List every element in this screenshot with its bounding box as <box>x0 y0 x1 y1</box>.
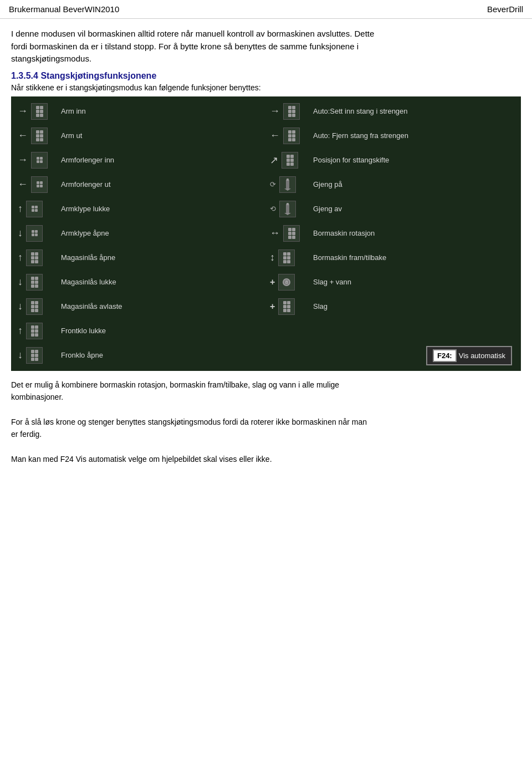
list-item: ↕ Bormaskin fram/tilbake <box>267 246 518 269</box>
auto-fjern-icon <box>283 128 300 144</box>
section-heading: 1.3.5.4 Stangskjøtingsfunksjonene <box>11 71 521 81</box>
slag-vann-icon: 8 <box>278 274 295 291</box>
list-item: ← Arm ut <box>14 124 265 147</box>
arrow-down-icon: ↓ <box>18 301 23 312</box>
arrow-right-icon: → <box>270 105 280 117</box>
list-item: ↗ Posisjon for sttangskifte <box>267 149 518 172</box>
list-item: + Slag <box>267 295 518 318</box>
empty-row <box>267 319 518 343</box>
plus2-icon: + <box>270 302 275 312</box>
magasinlas-avlaste-icon <box>26 298 43 315</box>
list-item: → Armforlenger inn <box>14 149 265 172</box>
svg-rect-3 <box>286 204 289 213</box>
functions-table: → Arm inn ← <box>11 96 521 371</box>
intro-text: I denne modusen vil bormaskinen alltid r… <box>11 28 521 65</box>
svg-rect-2 <box>287 179 289 181</box>
magasinlas-apne-icon <box>26 249 43 266</box>
list-item: ↓ Fronklo åpne <box>14 344 265 367</box>
fronklo-apne-icon <box>26 347 43 364</box>
section-subtext: Når stikkene er i stangskjøtingsmodus ka… <box>11 83 521 92</box>
magasinlas-lukke-icon <box>26 274 43 291</box>
arrow-lr-icon: ↔ <box>270 227 280 239</box>
header: Brukermanual BeverWIN2010 BeverDrill <box>0 0 532 19</box>
frontklo-lukke-icon <box>26 323 43 339</box>
list-item: ← Auto: Fjern stang fra strengen <box>267 124 518 147</box>
arrow-left-icon: ← <box>270 130 280 141</box>
arrow-diagonal-icon: ↗ <box>270 154 278 166</box>
arrow-right-icon: → <box>18 105 28 117</box>
arrow-up-icon: ↑ <box>18 252 23 263</box>
gjeng-pa-drill-icon <box>279 176 296 193</box>
bormaskin-rotasjon-icon <box>283 225 300 242</box>
list-item: ↑ Armklype lukke <box>14 197 265 221</box>
list-item: ⟲ Gjeng av <box>267 197 518 221</box>
arm-ut-icon <box>31 128 48 144</box>
arrow-down-icon: ↓ <box>18 276 23 288</box>
f24-row: F24: Vis automatisk <box>267 344 518 368</box>
arm-inn-icon <box>31 103 48 120</box>
arrow-down-icon: ↓ <box>18 227 23 239</box>
f24-key: F24: <box>433 349 457 362</box>
list-item: ← Armforlenger ut <box>14 173 265 196</box>
arrow-right-icon: → <box>18 154 28 166</box>
gjeng-av-icon: ⟲ <box>270 205 276 213</box>
armklype-apne-icon <box>26 225 43 242</box>
header-left: Brukermanual BeverWIN2010 <box>9 4 119 14</box>
f24-label: Vis automatisk <box>459 352 505 360</box>
list-item: + 8 Slag + vann <box>267 271 518 294</box>
list-item: ⟳ Gjeng på <box>267 173 518 196</box>
list-item: ↓ Magasinlås avlaste <box>14 295 265 318</box>
list-item: ↓ Armklype åpne <box>14 222 265 245</box>
gjeng-av-drill-icon <box>279 201 296 217</box>
list-item: ↓ Magasinlås lukke <box>14 271 265 294</box>
f24-badge-container: F24: Vis automatisk <box>426 346 512 365</box>
arrow-ud-icon: ↕ <box>270 252 275 263</box>
list-item: ↑ Magasinlås åpne <box>14 246 265 269</box>
plus-icon: + <box>270 277 275 287</box>
gjeng-pa-icon: ⟳ <box>270 180 276 189</box>
slag-icon <box>278 298 295 315</box>
svg-rect-5 <box>287 203 289 205</box>
posisjon-icon <box>282 152 298 169</box>
arrow-down-icon: ↓ <box>18 349 23 361</box>
list-item: ↔ Bormaskin rotasjon <box>267 222 518 245</box>
armklype-lukke-icon <box>26 201 43 217</box>
list-item: ↑ Frontklo lukke <box>14 319 265 343</box>
auto-sett-inn-icon <box>283 103 300 120</box>
svg-rect-0 <box>286 180 289 189</box>
list-item: → Auto:Sett inn stang i strengen <box>267 100 518 123</box>
arrow-up-icon: ↑ <box>18 203 23 215</box>
arrow-left-icon: ← <box>18 179 28 190</box>
svg-marker-4 <box>284 213 291 215</box>
list-item: → Arm inn <box>14 100 265 123</box>
armforlenger-inn-icon <box>31 152 48 169</box>
arrow-up-icon: ↑ <box>18 325 23 337</box>
arrow-left-icon: ← <box>18 130 28 141</box>
svg-marker-1 <box>284 189 291 191</box>
header-right: BeverDrill <box>487 4 523 14</box>
footer-text: Det er mulig å kombinere bormaskin rotas… <box>11 379 521 466</box>
armforlenger-ut-icon <box>31 176 48 193</box>
bormaskin-fram-icon <box>278 249 295 266</box>
